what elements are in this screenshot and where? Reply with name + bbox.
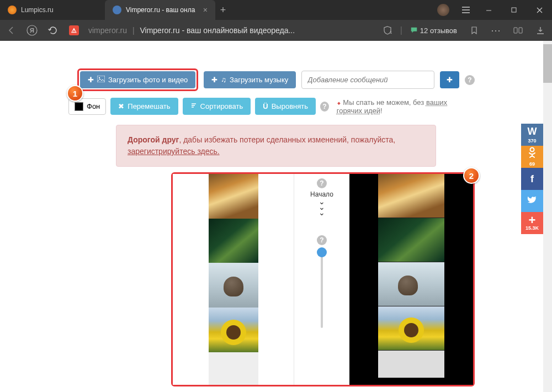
thumbnail-item[interactable] bbox=[209, 308, 258, 352]
bookmark-icon[interactable] bbox=[465, 22, 484, 39]
ok-count: 69 bbox=[529, 161, 535, 167]
sort-button[interactable]: Сортировать bbox=[183, 98, 251, 115]
chevron-down-icon[interactable]: ⌄⌄⌄ bbox=[319, 199, 325, 215]
align-button[interactable]: Ü Выровнять bbox=[255, 98, 316, 115]
reviews-count: 12 отзывов bbox=[420, 27, 457, 35]
share-fb-button[interactable]: f bbox=[521, 168, 543, 190]
tab-title: Lumpics.ru bbox=[21, 6, 54, 14]
add-message-button[interactable]: ✚ bbox=[440, 71, 459, 88]
close-icon[interactable]: × bbox=[203, 6, 208, 14]
social-share-bar: W 370 69 f + 15.3K bbox=[521, 124, 543, 234]
tab-vimperor[interactable]: Vimperor.ru - ваш онла × bbox=[105, 0, 215, 20]
preview-item[interactable] bbox=[378, 218, 444, 262]
svg-text:1: 1 bbox=[390, 30, 392, 35]
shuffle-button[interactable]: ✖ Перемешать bbox=[110, 98, 178, 115]
ok-icon bbox=[528, 147, 537, 161]
share-vk-button[interactable]: W 370 bbox=[521, 124, 543, 146]
scrollbar-thumb[interactable] bbox=[543, 44, 552, 83]
thumbnail-item[interactable] bbox=[209, 352, 258, 385]
reviews-badge[interactable]: 12 отзывов bbox=[406, 24, 461, 37]
preview-item[interactable] bbox=[378, 306, 444, 351]
tab-title: Vimperor.ru - ваш онла bbox=[126, 6, 195, 14]
shuffle-icon: ✖ bbox=[118, 102, 124, 110]
page-content: 1 ✚ Загрузить фото и видео ✚ ♫ Загрузить… bbox=[0, 41, 552, 392]
preview-item[interactable] bbox=[378, 262, 444, 306]
zoom-slider[interactable] bbox=[321, 251, 323, 328]
upload-photo-label: Загрузить фото и видео bbox=[108, 76, 188, 84]
page-scrollbar[interactable] bbox=[543, 41, 552, 392]
upload-photo-video-button[interactable]: ✚ Загрузить фото и видео bbox=[80, 71, 195, 88]
shuffle-label: Перемешать bbox=[128, 102, 170, 110]
step-badge-2: 2 bbox=[463, 167, 480, 184]
yandex-logo-icon[interactable]: Я bbox=[23, 22, 41, 39]
favicon-lumpics bbox=[8, 6, 17, 14]
window-maximize-icon[interactable] bbox=[501, 0, 527, 20]
register-link[interactable]: зарегистрируйтесь здесь. bbox=[128, 147, 220, 156]
profile-avatar[interactable] bbox=[437, 4, 449, 16]
image-icon bbox=[97, 76, 105, 84]
window-close-icon[interactable] bbox=[527, 0, 552, 20]
share-more-button[interactable]: + 15.3K bbox=[521, 212, 543, 234]
secondary-toolbar: Фон ✖ Перемешать Сортировать Ü Выровнять… bbox=[77, 98, 475, 115]
nav-reload-button[interactable] bbox=[44, 22, 62, 39]
promo-prefix: Мы спать не можем, без bbox=[343, 98, 426, 107]
promo-text: ⬥ Мы спать не можем, без ваших горячих и… bbox=[337, 98, 475, 115]
svg-point-7 bbox=[99, 77, 100, 78]
bg-swatch bbox=[75, 102, 83, 111]
preview-item[interactable] bbox=[378, 174, 444, 218]
help-icon[interactable]: ? bbox=[465, 75, 475, 85]
downloads-icon[interactable] bbox=[531, 22, 550, 39]
new-tab-button[interactable]: + bbox=[215, 0, 231, 20]
upload-music-button[interactable]: ✚ ♫ Загрузить музыку bbox=[204, 71, 296, 88]
upload-music-label: Загрузить музыку bbox=[230, 76, 288, 84]
help-icon[interactable]: ? bbox=[317, 178, 327, 188]
extensions-icon[interactable] bbox=[509, 22, 528, 39]
thumbnail-item[interactable] bbox=[209, 174, 258, 219]
browser-titlebar: Lumpics.ru Vimperor.ru - ваш онла × + bbox=[0, 0, 552, 20]
sort-icon bbox=[190, 102, 197, 110]
warning-greeting: Дорогой друг bbox=[128, 135, 179, 144]
twitter-icon bbox=[527, 195, 537, 207]
share-ok-button[interactable]: 69 bbox=[521, 146, 543, 168]
nav-back-button[interactable] bbox=[2, 22, 20, 39]
help-icon[interactable]: ? bbox=[317, 235, 327, 245]
plus-icon: + bbox=[529, 215, 536, 225]
fire-icon: ⬥ bbox=[337, 98, 341, 107]
svg-point-8 bbox=[530, 148, 534, 152]
align-icon: Ü bbox=[263, 102, 268, 110]
url-field[interactable]: vimperor.ru | Vimperor.ru - ваш онлайнов… bbox=[88, 26, 295, 35]
preview-column bbox=[349, 174, 473, 385]
favicon-vimperor bbox=[113, 6, 121, 14]
help-icon[interactable]: ? bbox=[320, 102, 329, 112]
plus-icon: ✚ bbox=[88, 76, 94, 84]
svg-text:Я: Я bbox=[30, 27, 34, 34]
thumbnail-item[interactable] bbox=[209, 219, 258, 263]
shield-icon[interactable]: 1 bbox=[378, 22, 397, 39]
slider-thumb[interactable] bbox=[317, 247, 327, 257]
register-warning-panel: Дорогой друг, дабы избежать потери сдела… bbox=[116, 125, 436, 167]
more-icon[interactable]: ⋯ bbox=[487, 22, 506, 39]
thumbnail-item[interactable] bbox=[209, 263, 258, 308]
align-label: Выровнять bbox=[272, 102, 308, 110]
security-warning-icon[interactable]: ⚠ bbox=[65, 22, 83, 39]
music-icon: ♫ bbox=[221, 76, 226, 84]
tab-lumpics[interactable]: Lumpics.ru bbox=[0, 0, 105, 20]
editor-controls-column: ? Начало ⌄⌄⌄ ? bbox=[294, 174, 349, 385]
svg-rect-5 bbox=[519, 28, 522, 33]
browser-menu-icon[interactable] bbox=[456, 0, 476, 20]
browser-address-bar: Я ⚠ vimperor.ru | Vimperor.ru - ваш онла… bbox=[0, 20, 552, 41]
plus-icon: ✚ bbox=[211, 76, 217, 84]
preview-item[interactable] bbox=[378, 351, 444, 378]
main-toolbar: 1 ✚ Загрузить фото и видео ✚ ♫ Загрузить… bbox=[77, 68, 475, 91]
step-badge-1: 1 bbox=[67, 85, 83, 102]
share-twitter-button[interactable] bbox=[521, 190, 543, 212]
window-minimize-icon[interactable] bbox=[476, 0, 501, 20]
total-count: 15.3K bbox=[526, 225, 539, 231]
message-input[interactable] bbox=[301, 71, 434, 89]
svg-rect-4 bbox=[514, 28, 517, 33]
highlight-editor-area: 2 ? Начало ⌄⌄⌄ bbox=[171, 172, 475, 386]
svg-rect-6 bbox=[97, 76, 105, 82]
plus-icon: ✚ bbox=[447, 76, 453, 84]
facebook-icon: f bbox=[530, 173, 534, 185]
highlight-upload-photo: 1 ✚ Загрузить фото и видео bbox=[77, 68, 198, 91]
